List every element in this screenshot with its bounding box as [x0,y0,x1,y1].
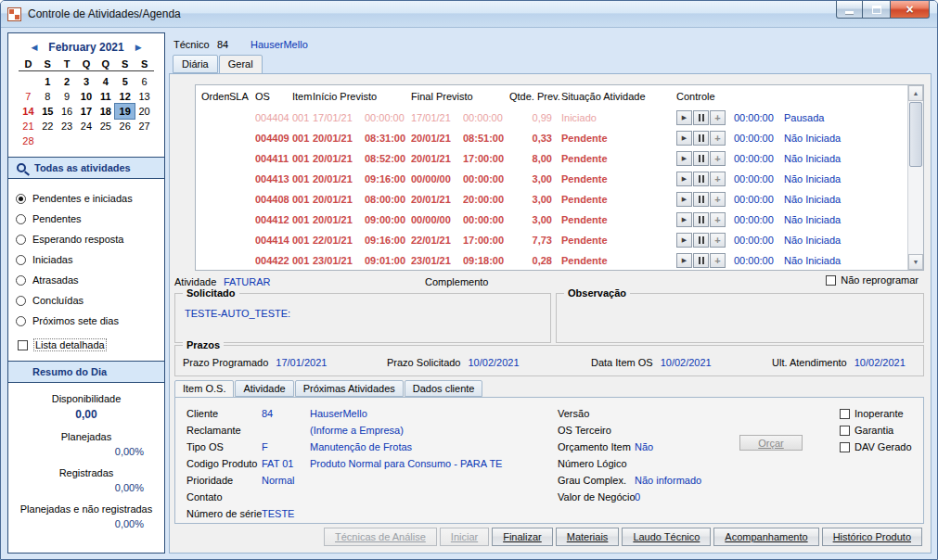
add-time-button[interactable]: + [710,131,726,146]
calendar-day[interactable]: 4 [96,74,115,89]
calendar-day[interactable]: 5 [115,74,135,89]
play-button[interactable]: ▶ [676,233,692,248]
no-reprogram-checkbox[interactable]: Não reprogramar [826,274,919,286]
footer-button[interactable]: Acompanhamento [713,528,818,546]
play-button[interactable]: ▶ [676,212,692,227]
detail-checkbox[interactable]: DAV Gerado [840,439,912,455]
calendar-day[interactable]: 16 [58,104,77,119]
play-button[interactable]: ▶ [676,192,692,207]
calendar-day[interactable]: 18 [96,104,115,119]
calendar-day[interactable]: 7 [19,89,38,104]
footer-button[interactable]: Técnicas de Análise [324,528,437,546]
detail-tab[interactable]: Próximas Atividades [295,380,404,397]
calendar-day[interactable]: 8 [38,89,58,104]
scroll-down-icon[interactable]: ▼ [908,254,923,270]
calendar-day[interactable]: 11 [96,89,115,104]
calendar-day[interactable]: 14 [19,104,38,119]
calendar-day[interactable]: 3 [77,74,96,89]
add-time-button[interactable]: + [710,212,726,227]
filter-option[interactable]: Esperando resposta [16,229,157,249]
detail-tab[interactable]: Dados cliente [405,380,483,397]
filter-option[interactable]: Pendentes e iniciadas [16,188,157,209]
calendar-day[interactable] [115,134,135,148]
calendar-day[interactable]: 21 [19,119,38,134]
add-time-button[interactable]: + [710,253,726,268]
detail-checkbox[interactable]: Inoperante [840,405,912,422]
pause-button[interactable] [693,131,709,146]
filter-option[interactable]: Concluídas [16,290,157,311]
play-button[interactable]: ▶ [676,110,692,125]
play-button[interactable]: ▶ [676,131,692,146]
close-button[interactable]: × [890,1,930,19]
table-row[interactable]: 004404 001 17/01/21 00:00:00 17/01/21 00… [196,108,907,128]
calendar-day[interactable]: 13 [135,89,154,104]
calendar-day[interactable]: 15 [38,104,58,119]
calendar-day[interactable]: 19 [115,104,135,119]
table-row[interactable]: 004422 001 23/01/21 09:01:00 23/01/21 09… [196,250,907,270]
add-time-button[interactable]: + [710,110,726,125]
filter-option[interactable]: Pendentes [16,209,157,229]
table-row[interactable]: 004412 001 20/01/21 09:00:00 00/00/00 00… [196,210,907,230]
calendar-day[interactable]: 25 [96,119,115,134]
pause-button[interactable] [693,253,709,268]
table-row[interactable]: 004411 001 20/01/21 08:52:00 20/01/21 17… [196,148,907,169]
calendar-day[interactable] [135,134,154,148]
calendar-day[interactable]: 17 [77,104,96,119]
pause-button[interactable] [693,212,709,227]
calendar-day[interactable] [58,134,77,148]
detail-tab[interactable]: Item O.S. [174,380,234,398]
calendar-day[interactable]: 24 [77,119,96,134]
table-row[interactable]: 004409 001 20/01/21 08:31:00 20/01/21 08… [196,128,907,148]
calendar-day[interactable]: 1 [38,74,58,89]
pause-button[interactable] [693,172,709,186]
add-time-button[interactable]: + [710,151,726,166]
calendar-day[interactable]: 22 [38,119,58,134]
pause-button[interactable] [693,151,709,166]
calendar-next-icon[interactable]: ▶ [135,43,142,52]
footer-button[interactable]: Laudo Técnico [622,528,711,546]
table-row[interactable]: 004408 001 20/01/21 08:00:00 20/01/21 20… [196,189,907,210]
calendar-day[interactable]: 28 [19,134,38,148]
scroll-up-icon[interactable]: ▲ [908,85,923,101]
calendar-day[interactable]: 10 [77,89,96,104]
pause-button[interactable] [693,233,709,248]
calendar-day[interactable]: 9 [58,89,77,104]
scrollbar-thumb[interactable] [909,102,922,167]
play-button[interactable]: ▶ [676,172,692,186]
calendar-prev-icon[interactable]: ◀ [31,43,37,52]
add-time-button[interactable]: + [710,172,726,186]
detail-tab[interactable]: Atividade [235,380,293,397]
calendar-day[interactable] [38,134,58,148]
detailed-list-checkbox[interactable]: Lista detalhada [18,338,164,351]
add-time-button[interactable]: + [710,192,726,207]
filter-option[interactable]: Iniciadas [16,249,157,270]
calendar-day[interactable]: 12 [115,89,135,104]
pause-button[interactable] [693,192,709,207]
view-tab[interactable]: Diária [173,55,218,73]
play-button[interactable]: ▶ [676,151,692,166]
calendar-day[interactable]: 26 [115,119,135,134]
orcar-button[interactable]: Orçar [739,435,803,451]
title-bar[interactable]: Controle de Atividades/Agenda × [1,1,937,28]
filter-option[interactable]: Próximos sete dias [16,311,157,331]
minimize-button[interactable] [836,1,863,19]
footer-button[interactable]: Finalizar [492,528,553,546]
view-tab[interactable]: Geral [219,55,263,74]
calendar-day[interactable]: 6 [135,74,154,89]
calendar-day[interactable]: 2 [58,74,77,89]
footer-button[interactable]: Histórico Produto [822,528,922,546]
pause-button[interactable] [693,110,709,125]
play-button[interactable]: ▶ [676,253,692,268]
calendar-day[interactable]: 23 [58,119,77,134]
footer-button[interactable]: Materiais [556,528,620,546]
maximize-button[interactable] [863,1,890,19]
filter-option[interactable]: Atrasadas [16,270,157,290]
calendar-day[interactable] [19,74,38,89]
table-row[interactable]: 004413 001 20/01/21 09:16:00 00/00/00 00… [196,169,907,189]
calendar-day[interactable] [96,134,115,148]
detail-checkbox[interactable]: Garantia [840,422,912,439]
footer-button[interactable]: Iniciar [440,528,489,546]
calendar-day[interactable] [77,134,96,148]
calendar-day[interactable]: 20 [135,104,154,119]
table-scrollbar[interactable]: ▲ ▼ [907,85,923,270]
